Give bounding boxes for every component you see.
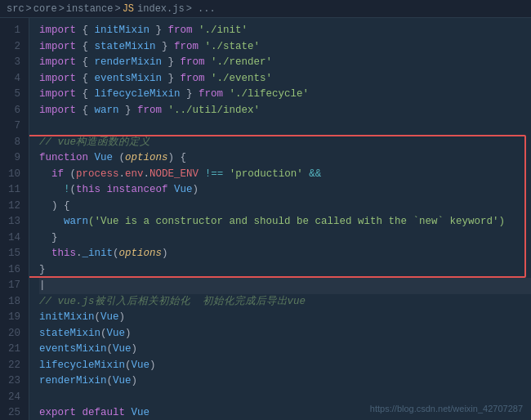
token-str: './lifecycle' xyxy=(230,88,310,100)
token-punc xyxy=(88,152,95,163)
line-number: 18 xyxy=(0,294,29,311)
line-number: 22 xyxy=(0,358,29,374)
breadcrumb-bar: src > core > instance > JS index.js > ..… xyxy=(0,0,531,18)
token-punc: . xyxy=(76,248,83,259)
token-fn: Vue xyxy=(113,343,132,355)
token-kw: default xyxy=(83,407,126,418)
token-punc: ) xyxy=(132,343,138,355)
token-str: './state' xyxy=(205,41,261,52)
token-punc xyxy=(39,248,51,259)
code-line: import { initMixin } from './init' xyxy=(39,23,531,39)
token-kw: from xyxy=(181,73,205,84)
token-fn: stateMixin xyxy=(39,328,100,339)
code-area[interactable]: import { initMixin } from './init'import… xyxy=(29,18,531,420)
line-number: 16 xyxy=(0,262,29,279)
code-line: lifecycleMixin(Vue) xyxy=(39,358,531,374)
token-punc: } xyxy=(156,41,175,52)
token-fn: stateMixin xyxy=(95,41,156,52)
token-fn: Vue xyxy=(100,311,119,323)
token-punc: } xyxy=(149,25,168,36)
token-kw: from xyxy=(137,105,162,116)
breadcrumb-filename: index.js xyxy=(137,3,185,15)
token-fn: warn xyxy=(64,216,88,227)
token-kw: from xyxy=(174,41,199,52)
token-punc: { xyxy=(76,88,95,100)
token-punc: } xyxy=(39,264,46,275)
code-line xyxy=(39,118,531,135)
token-fn: initMixin xyxy=(39,311,95,323)
token-punc: . xyxy=(144,168,150,180)
token-op: && xyxy=(303,168,322,180)
token-punc: { xyxy=(76,56,95,68)
token-method: _init xyxy=(83,248,114,259)
token-fn: lifecycleMixin xyxy=(39,360,125,371)
breadcrumb-src: src xyxy=(7,3,25,15)
token-punc: ( xyxy=(107,343,114,355)
token-punc: { xyxy=(76,25,95,36)
token-punc: { xyxy=(76,105,95,116)
token-punc: ( xyxy=(64,168,76,180)
token-punc: } xyxy=(162,56,181,68)
line-number: 5 xyxy=(0,87,29,103)
token-kw: import xyxy=(39,56,76,68)
code-line: import { lifecycleMixin } from './lifecy… xyxy=(39,87,531,103)
line-number: 25 xyxy=(0,405,29,420)
token-punc xyxy=(162,105,168,116)
token-kw: instanceof xyxy=(107,184,168,195)
line-number: 13 xyxy=(0,214,29,230)
line-number: 19 xyxy=(0,310,29,326)
token-fn: initMixin xyxy=(95,25,150,36)
token-kw: export xyxy=(39,407,76,418)
line-number: 7 xyxy=(0,118,29,135)
token-punc: ( xyxy=(95,311,101,323)
code-line: warn('Vue is a constructor and should be… xyxy=(39,214,531,230)
breadcrumb-core: core xyxy=(33,3,57,15)
token-kw: import xyxy=(39,73,76,84)
token-kw: this xyxy=(51,248,76,259)
token-punc xyxy=(199,41,205,52)
token-fn: lifecycleMixin xyxy=(95,88,181,100)
breadcrumb-instance: instance xyxy=(66,3,114,15)
token-str: './render' xyxy=(211,56,272,68)
token-cursor: | xyxy=(39,279,46,291)
token-str: '../util/index' xyxy=(168,105,261,116)
token-kw: function xyxy=(39,152,88,163)
token-punc xyxy=(76,407,83,418)
token-kw: import xyxy=(39,41,76,52)
line-number: 21 xyxy=(0,342,29,358)
line-number: 9 xyxy=(0,150,29,167)
token-punc: } xyxy=(119,105,138,116)
token-fn: Vue xyxy=(132,407,150,418)
token-punc: ) { xyxy=(39,200,70,212)
line-number: 11 xyxy=(0,182,29,199)
token-punc xyxy=(100,184,107,195)
token-str: ('Vue is a constructor and should be cal… xyxy=(88,216,382,227)
token-fn: Vue xyxy=(132,360,150,371)
token-comment: // vue.js被引入后相关初始化 初始化完成后导出vue xyxy=(39,296,306,307)
token-fn: warn xyxy=(95,105,119,116)
line-number: 1 xyxy=(0,23,29,39)
code-line: renderMixin(Vue) xyxy=(39,373,531,390)
token-punc: } xyxy=(162,73,181,84)
token-str-overflow: the `new` keyword') xyxy=(382,216,505,227)
code-line: !(this instanceof Vue) xyxy=(39,182,531,199)
line-number: 12 xyxy=(0,199,29,215)
line-number: 14 xyxy=(0,230,29,247)
token-punc xyxy=(39,168,51,180)
token-punc xyxy=(205,56,212,68)
line-number: 3 xyxy=(0,55,29,71)
token-punc: ( xyxy=(70,184,77,195)
code-line: import { eventsMixin } from './events' xyxy=(39,71,531,87)
token-punc: { xyxy=(76,41,95,52)
token-punc xyxy=(39,216,64,227)
breadcrumb-js: JS xyxy=(123,3,134,15)
token-str: './init' xyxy=(199,25,248,36)
line-number: 15 xyxy=(0,246,29,262)
line-number: 8 xyxy=(0,135,29,151)
token-comment: // vue构造函数的定义 xyxy=(39,136,150,148)
token-var: env xyxy=(125,168,144,180)
code-line: } xyxy=(39,262,531,279)
line-number: 24 xyxy=(0,390,29,406)
line-number: 20 xyxy=(0,326,29,342)
token-fn: renderMixin xyxy=(39,375,107,386)
